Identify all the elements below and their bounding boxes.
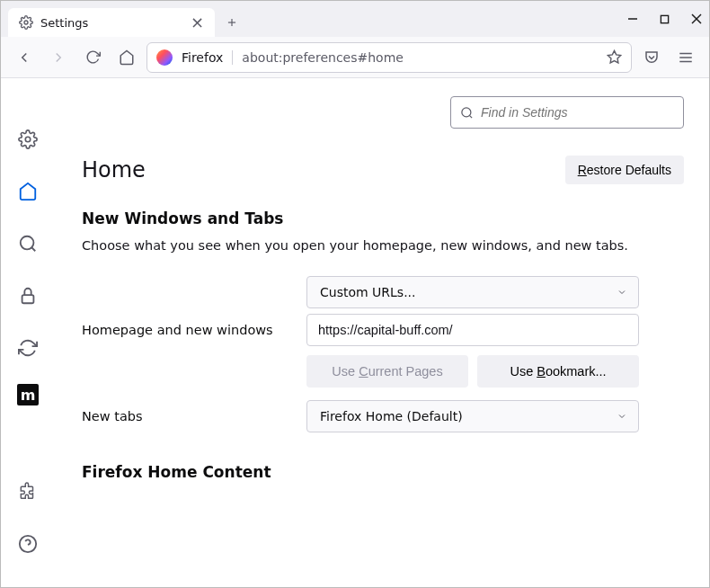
svg-rect-4 (661, 15, 668, 22)
app-menu-button[interactable] (671, 43, 700, 72)
svg-point-11 (25, 137, 31, 142)
back-button[interactable] (10, 43, 39, 72)
url-bar[interactable]: Firefox about:preferences#home (146, 42, 632, 73)
save-to-pocket-button[interactable] (637, 43, 666, 72)
forward-button[interactable] (44, 43, 73, 72)
section2-title: Firefox Home Content (82, 463, 684, 481)
newtabs-mode-select[interactable]: Firefox Home (Default) (306, 400, 639, 432)
minimize-button[interactable] (627, 13, 638, 24)
svg-point-0 (24, 21, 28, 24)
page-title: Home (82, 157, 146, 183)
use-bookmark-button[interactable]: Use Bookmark... (477, 355, 639, 388)
search-icon (460, 106, 474, 120)
svg-point-12 (21, 236, 34, 250)
bookmark-star-icon[interactable] (607, 49, 622, 65)
maximize-button[interactable] (660, 14, 670, 24)
close-window-button[interactable] (691, 13, 702, 24)
restore-defaults-button[interactable]: Restore Defaults (565, 156, 684, 184)
sidebar-item-sync[interactable] (12, 332, 44, 364)
homepage-url-input[interactable] (318, 323, 627, 337)
svg-point-17 (462, 107, 471, 116)
newtabs-mode-value: Firefox Home (Default) (320, 409, 463, 423)
svg-rect-14 (22, 295, 34, 303)
svg-line-13 (31, 247, 35, 251)
sidebar-item-home[interactable] (12, 175, 44, 208)
main-panel: Home Restore Defaults New Windows and Ta… (55, 78, 709, 588)
sidebar-item-extensions[interactable] (12, 476, 44, 508)
svg-marker-7 (608, 50, 620, 62)
homepage-label-text: Homepage and new windows (82, 323, 288, 337)
content: m Home Restore Defaults New Windows and … (1, 78, 709, 588)
tab-settings[interactable]: Settings × (8, 8, 215, 37)
identity-label: Firefox (182, 50, 233, 65)
window-controls (627, 1, 702, 37)
tab-strip: Settings × (1, 1, 709, 37)
sidebar-item-general[interactable] (12, 123, 44, 156)
section-title: New Windows and Tabs (82, 209, 684, 227)
homepage-mode-value: Custom URLs... (320, 285, 416, 299)
firefox-logo-icon (156, 49, 173, 66)
chevron-down-icon (617, 287, 627, 298)
new-tab-button[interactable] (218, 9, 245, 36)
svg-line-18 (469, 115, 472, 118)
sidebar-item-privacy[interactable] (12, 280, 44, 312)
homepage-mode-select[interactable]: Custom URLs... (306, 276, 639, 308)
close-icon[interactable]: × (191, 14, 204, 31)
home-button[interactable] (112, 43, 141, 72)
reload-button[interactable] (78, 43, 107, 72)
chevron-down-icon (617, 411, 627, 422)
url-text: about:preferences#home (242, 50, 598, 65)
sidebar: m (1, 78, 55, 588)
settings-search[interactable] (450, 96, 684, 129)
sidebar-item-search[interactable] (12, 227, 44, 260)
homepage-url-field[interactable] (306, 314, 639, 346)
settings-search-input[interactable] (481, 105, 674, 120)
section-desc: Choose what you see when you open your h… (82, 238, 684, 253)
sidebar-item-more-mozilla[interactable]: m (17, 384, 39, 405)
sidebar-item-help[interactable] (12, 528, 44, 560)
use-current-pages-button[interactable]: Use Current Pages (306, 355, 468, 388)
gear-icon (19, 15, 33, 30)
toolbar: Firefox about:preferences#home (1, 37, 709, 78)
newtabs-label: New tabs (82, 409, 288, 423)
tab-label: Settings (40, 16, 183, 30)
